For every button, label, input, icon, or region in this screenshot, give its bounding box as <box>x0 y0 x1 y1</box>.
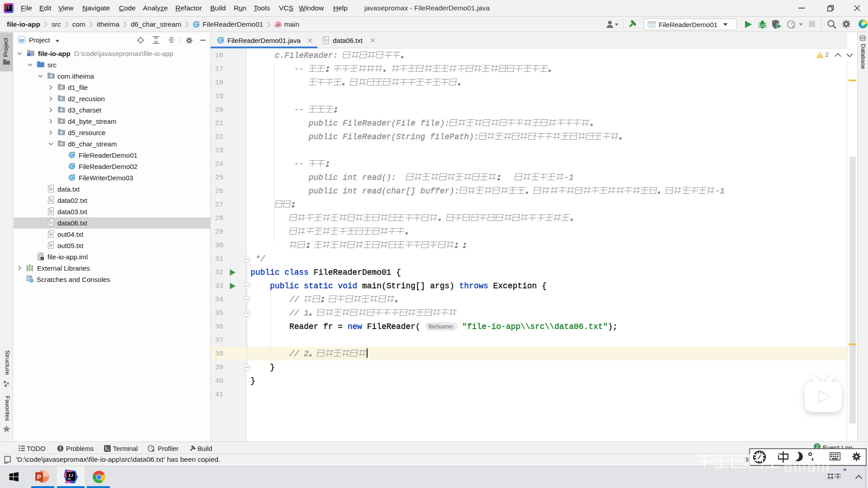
svg-text:P: P <box>37 474 41 480</box>
svg-text:m: m <box>277 22 280 27</box>
svg-text:IJ: IJ <box>68 474 73 478</box>
